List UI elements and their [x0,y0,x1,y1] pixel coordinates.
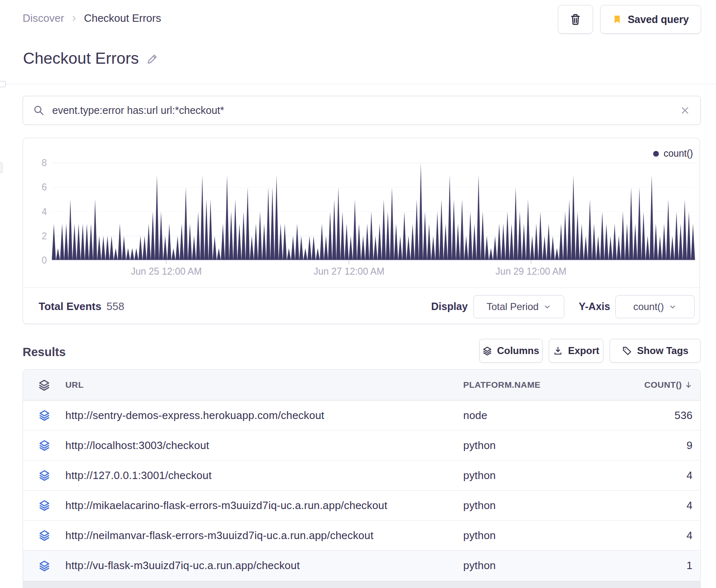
table-row[interactable]: http://mikaelacarino-flask-errors-m3uuiz… [23,491,700,521]
chevron-down-icon [669,303,677,311]
url-cell[interactable]: http://mikaelacarino-flask-errors-m3uuiz… [65,499,463,512]
page-title: Checkout Errors [23,49,139,67]
display-label: Display [431,301,468,313]
columns-button-label: Columns [497,345,539,357]
column-header-count[interactable]: COUNT() [603,380,700,390]
x-tick-label: Jun 29 12:00 AM [496,266,567,277]
stack-icon[interactable] [39,500,50,511]
chevron-down-icon [543,303,551,311]
show-tags-button[interactable]: Show Tags [610,339,701,363]
total-events-value: 558 [106,300,124,313]
saved-query-button[interactable]: Saved query [600,5,701,34]
sidebar-collapse-handle[interactable] [0,81,6,87]
stack-icon[interactable] [39,470,50,481]
search-icon [33,104,45,116]
url-cell[interactable]: http://vu-flask-m3uuizd7iq-uc.a.run.app/… [65,559,463,572]
table-body: http://sentry-demos-express.herokuapp.co… [23,400,700,581]
stack-icon[interactable] [39,530,50,541]
url-cell[interactable]: http://127.0.0.1:3001/checkout [65,469,463,482]
platform-cell: python [463,559,603,572]
export-button-label: Export [568,345,599,357]
breadcrumb-discover[interactable]: Discover [23,12,64,25]
y-tick-label: 0 [23,255,47,266]
count-cell: 4 [603,499,700,512]
divider [0,84,716,84]
table-header-row: URL PLATFORM.NAME COUNT() [23,370,700,400]
edge-toggle[interactable] [0,162,2,173]
results-heading: Results [23,345,66,359]
discover-page: Discover Checkout Errors Saved query Che… [0,0,716,588]
x-tick-label: Jun 27 12:00 AM [314,266,385,277]
chart-footer: Total Events 558 Display Total Period Y-… [23,287,700,324]
table-row[interactable]: http://127.0.0.1:3001/checkoutpython4 [23,461,700,491]
stack-icon [38,379,50,391]
download-icon [553,346,563,356]
y-axis-dropdown-label: Y-Axis [579,301,610,313]
count-cell: 4 [603,469,700,482]
columns-button[interactable]: Columns [479,339,543,363]
search-query-text: event.type:error has:url url:*checkout* [52,104,679,116]
y-axis-dropdown[interactable]: count() [615,295,695,318]
url-cell[interactable]: http://neilmanvar-flask-errors-m3uuizd7i… [65,529,463,542]
chevron-right-icon [70,15,78,22]
count-cell: 4 [603,529,700,542]
bookmark-icon [612,14,622,25]
total-events-label: Total Events [39,300,102,313]
y-tick-label: 4 [23,206,47,218]
trash-icon [568,12,582,26]
results-table: URL PLATFORM.NAME COUNT() http://sentry-… [23,369,701,581]
table-bottom-strip [23,581,701,588]
export-button[interactable]: Export [549,339,603,363]
layers-icon [483,346,492,356]
show-tags-button-label: Show Tags [637,345,688,357]
clear-search-icon[interactable] [679,105,691,116]
platform-cell: python [463,529,603,542]
url-cell[interactable]: http://localhost:3003/checkout [65,439,463,452]
platform-cell: python [463,469,603,482]
stack-icon[interactable] [39,560,50,572]
stack-icon[interactable] [39,440,50,451]
url-cell[interactable]: http://sentry-demos-express.herokuapp.co… [65,409,463,422]
saved-query-label: Saved query [628,14,689,25]
column-header-platform[interactable]: PLATFORM.NAME [463,380,603,390]
y-tick-label: 6 [23,181,47,193]
y-axis-dropdown-value: count() [633,301,664,313]
count-cell: 9 [603,439,700,452]
table-row[interactable]: http://vu-flask-m3uuizd7iq-uc.a.run.app/… [23,551,700,581]
display-dropdown[interactable]: Total Period [473,295,564,318]
breadcrumb-current: Checkout Errors [84,12,161,25]
x-tick-label: Jun 25 12:00 AM [131,266,202,277]
table-row[interactable]: http://sentry-demos-express.herokuapp.co… [23,400,700,431]
tag-icon [622,346,632,356]
platform-cell: node [463,409,603,422]
table-row[interactable]: http://neilmanvar-flask-errors-m3uuizd7i… [23,521,700,551]
count-cell: 536 [603,409,700,422]
platform-cell: python [463,439,603,452]
display-dropdown-value: Total Period [487,301,539,313]
chart-plot [52,155,695,266]
stack-icon[interactable] [39,410,50,421]
count-cell: 1 [603,559,700,572]
chart-panel: count() 02468 Jun 25 12:00 AMJun 27 12:0… [23,138,700,324]
y-tick-label: 2 [23,230,47,242]
column-header-url[interactable]: URL [65,380,463,390]
search-input[interactable]: event.type:error has:url url:*checkout* [23,96,701,125]
edit-pencil-icon[interactable] [146,52,159,65]
breadcrumb: Discover Checkout Errors [23,12,161,25]
platform-cell: python [463,499,603,512]
table-row[interactable]: http://localhost:3003/checkoutpython9 [23,431,700,461]
sort-desc-icon [684,381,693,389]
delete-query-button[interactable] [558,5,593,34]
y-tick-label: 8 [23,157,47,169]
